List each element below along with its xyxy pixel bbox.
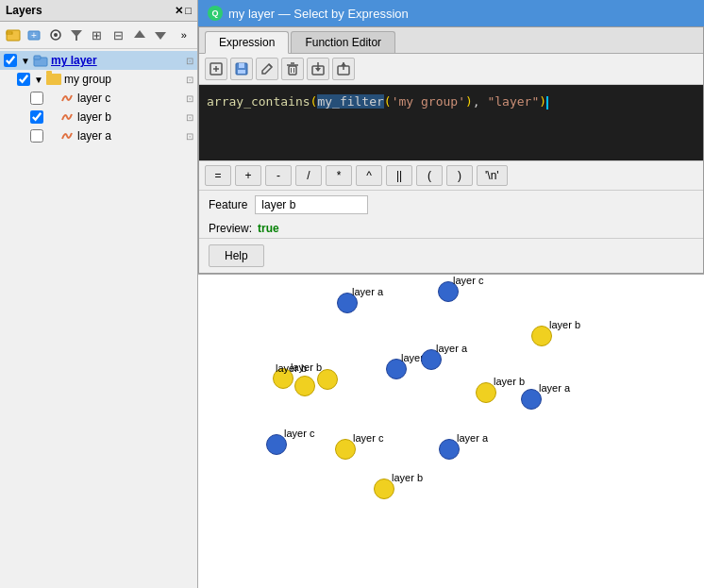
op-equals[interactable]: = [205, 165, 231, 186]
tab-expression[interactable]: Expression [205, 31, 289, 54]
qgis-logo: Q [208, 6, 223, 21]
my-layer-label: my layer [51, 54, 186, 67]
op-multiply[interactable]: * [326, 165, 352, 186]
move-up-button[interactable] [130, 25, 149, 45]
op-minus[interactable]: - [265, 165, 292, 186]
layer-checkbox-layer-c[interactable] [30, 92, 43, 105]
layer-checkbox-layer-b[interactable] [30, 110, 43, 124]
op-divide[interactable]: / [295, 165, 322, 186]
delete-expression-button[interactable] [281, 58, 304, 80]
expression-tabs: Expression Function Editor [199, 27, 703, 54]
expand-my-layer[interactable]: ▼ [20, 55, 31, 66]
expression-dialog: Expression Function Editor [198, 26, 704, 274]
tab-function-editor[interactable]: Function Editor [291, 31, 395, 53]
expression-toolbar [199, 54, 703, 85]
expand-button[interactable]: ⊞ [88, 25, 107, 45]
map-dot-label-0: layer a [352, 286, 383, 297]
tree-item-layer-b[interactable]: ▷ layer b ⊡ [0, 108, 197, 126]
code-cursor [546, 96, 548, 109]
op-newline[interactable]: '\n' [477, 165, 508, 186]
svg-marker-10 [155, 32, 166, 40]
dialog-title-text: my layer — Select by Expression [228, 7, 409, 21]
my-group-overflow-icon: ⊡ [186, 75, 193, 85]
preview-label: Preview: [209, 222, 252, 235]
show-all-button[interactable] [46, 25, 65, 45]
layer-c-icon [59, 91, 75, 106]
map-dot-label-7: layer b [276, 362, 307, 374]
svg-text:⊟: ⊟ [113, 28, 124, 42]
preview-row: Preview: true [199, 219, 703, 238]
tree-item-layer-a[interactable]: ▷ layer a ⊡ [0, 126, 197, 145]
code-close-paren2: ) [465, 94, 473, 109]
collapse-button[interactable]: ⊟ [109, 25, 128, 45]
right-panel: Q my layer — Select by Expression Expres… [198, 0, 704, 588]
dialog-title-bar: Q my layer — Select by Expression [198, 0, 704, 26]
new-expression-button[interactable] [205, 58, 227, 80]
code-open-paren2: ( [384, 94, 392, 109]
map-dot-label-9: layer a [539, 382, 570, 394]
filter-button[interactable] [67, 25, 86, 45]
my-group-label: my group [64, 73, 186, 86]
move-down-button[interactable] [151, 25, 170, 45]
svg-text:⊞: ⊞ [92, 28, 102, 42]
expand-my-group[interactable]: ▼ [33, 74, 44, 85]
layer-checkbox-layer-a[interactable] [30, 129, 43, 143]
add-layer-button[interactable]: + [25, 25, 43, 45]
help-button[interactable]: Help [209, 244, 264, 267]
map-dot-label-2: layer b [549, 319, 580, 330]
layer-checkbox-my-layer[interactable] [4, 54, 17, 67]
layers-toolbar: + ⊞ ⊟ » [0, 22, 197, 49]
code-layer-str: "layer" [487, 94, 539, 109]
map-dot-label-4: layer a [436, 343, 467, 354]
feature-input[interactable] [255, 195, 368, 214]
layer-b-label: layer b [77, 110, 186, 124]
svg-rect-18 [238, 70, 245, 74]
my-layer-overflow-icon: ⊡ [186, 56, 193, 66]
layers-panel: Layers ✕ □ + ⊞ ⊟ » [0, 0, 198, 588]
map-dot-label-11: layer c [353, 432, 383, 444]
layer-b-icon [59, 109, 75, 125]
feature-row: Feature [199, 190, 703, 219]
layer-a-overflow-icon: ⊡ [186, 131, 193, 142]
export-expression-button[interactable] [332, 58, 355, 80]
op-caret[interactable]: ^ [356, 165, 382, 186]
svg-point-5 [54, 33, 58, 37]
map-area[interactable]: layer alayer clayer blayer blayer alayer… [198, 274, 704, 588]
map-dot-label-12: layer a [457, 432, 488, 444]
svg-rect-1 [7, 32, 12, 34]
tree-item-layer-c[interactable]: ▷ layer c ⊡ [0, 89, 197, 108]
save-expression-button[interactable] [230, 58, 253, 80]
map-dot-label-10: layer c [284, 428, 314, 439]
layer-c-overflow-icon: ⊡ [186, 93, 193, 104]
layer-a-label: layer a [77, 129, 186, 143]
svg-marker-9 [134, 30, 145, 38]
tree-item-my-layer[interactable]: ▼ my layer ⊡ [0, 51, 197, 70]
layers-close-icon[interactable]: ✕ [175, 5, 183, 17]
op-or[interactable]: || [386, 165, 412, 186]
layers-title: Layers [6, 4, 42, 17]
help-row: Help [199, 238, 703, 273]
code-comma: , [473, 94, 488, 109]
operator-row: = + - / * ^ || ( ) '\n' [199, 160, 703, 190]
layer-checkbox-my-group[interactable] [17, 73, 30, 86]
svg-text:+: + [32, 30, 38, 41]
svg-rect-17 [239, 63, 244, 68]
svg-rect-20 [289, 66, 296, 75]
open-layer-button[interactable] [4, 25, 23, 45]
op-plus[interactable]: + [235, 165, 261, 186]
op-open-paren[interactable]: ( [416, 165, 443, 186]
svg-line-19 [269, 64, 272, 67]
map-dot-label-8: layer b [494, 376, 525, 387]
layers-float-icon[interactable]: □ [185, 5, 192, 17]
more-options-button[interactable]: » [175, 25, 193, 45]
load-expression-button[interactable] [307, 58, 329, 80]
edit-expression-button[interactable] [256, 58, 278, 80]
tree-item-my-group[interactable]: ▼ my group ⊡ [0, 70, 197, 89]
svg-rect-12 [34, 56, 41, 59]
expression-editor[interactable]: array_contains(my_filter('my group'), "l… [199, 85, 703, 160]
svg-marker-27 [315, 68, 321, 72]
layers-tree: ▼ my layer ⊡ ▼ my group ⊡ ▷ layer c ⊡ [0, 49, 197, 588]
op-close-paren[interactable]: ) [446, 165, 473, 186]
map-dot-6 [294, 376, 315, 396]
map-dot-7 [317, 369, 338, 390]
